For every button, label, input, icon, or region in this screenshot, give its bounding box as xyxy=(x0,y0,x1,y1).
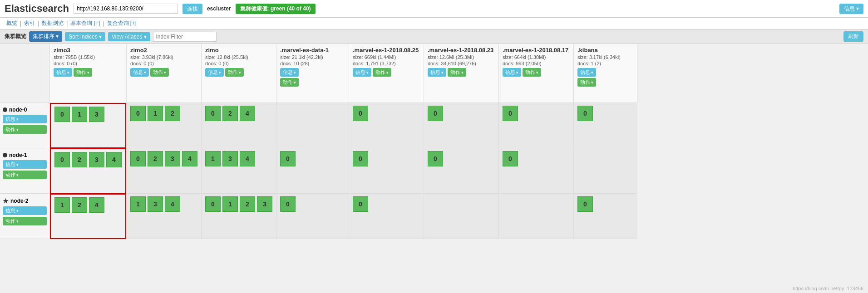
shards-zimo2-node2: 1 3 4 xyxy=(130,196,197,212)
shards-kibana-node2: 0 xyxy=(577,196,633,212)
shards-marvel-0817-node0: 0 xyxy=(503,106,570,121)
shard-0: 0 xyxy=(353,196,368,212)
shard-0: 0 xyxy=(503,106,518,121)
nodes-column: node-0 信息 ▾ 动作 ▾ node-1 信息 ▾ 动作 ▾ ★ node… xyxy=(0,44,50,239)
app-logo: Elasticsearch xyxy=(5,3,69,15)
shard-0: 0 xyxy=(577,196,593,212)
node-0-action-button[interactable]: 动作 ▾ xyxy=(3,125,47,134)
shard-cell-marvel-0817-node2 xyxy=(499,194,573,239)
index-size-kibana: size: 3.17ki (6.34ki) xyxy=(577,54,633,60)
shard-0: 0 xyxy=(577,106,593,121)
nav-data-browser[interactable]: 数据浏览 xyxy=(40,19,65,28)
index-size-marvel-data1: size: 21.1ki (42.2ki) xyxy=(280,54,345,60)
index-buttons-marvel-data1: 信息 ▾ xyxy=(280,68,345,77)
node-2-name: ★ node-2 xyxy=(3,197,47,205)
refresh-button[interactable]: 刷新 xyxy=(843,31,863,42)
index-action-btn-marvel-0817[interactable]: 动作 ▾ xyxy=(523,68,541,77)
shard-1: 1 xyxy=(148,106,163,121)
shard-cell-marvel-0825-node1: 0 xyxy=(349,148,424,194)
shard-1: 1 xyxy=(72,107,87,122)
nav-complex-query[interactable]: 复合查询 [+] xyxy=(105,19,138,28)
shards-zimo3-node2: 1 2 4 xyxy=(54,197,122,213)
node-2-star: ★ xyxy=(3,197,9,205)
index-action-btn-zimo[interactable]: 动作 ▾ xyxy=(225,68,244,77)
index-header-kibana: .kibana size: 3.17ki (6.34ki) docs: 1 (2… xyxy=(574,44,637,103)
shard-2: 2 xyxy=(72,152,87,167)
shards-zimo2-node1: 0 2 3 4 xyxy=(130,151,197,166)
index-action-btn-marvel-data1[interactable]: 动作 ▾ xyxy=(280,78,299,87)
shard-cell-kibana-node0: 0 xyxy=(574,103,637,148)
sort-indices-button[interactable]: Sort Indices ▾ xyxy=(65,32,105,41)
index-buttons-zimo3: 信息 ▾ 动作 ▾ xyxy=(54,68,123,77)
server-url-input[interactable] xyxy=(74,4,178,14)
node-0-name: node-0 xyxy=(3,107,47,113)
shard-cell-marvel-0817-node1: 0 xyxy=(499,148,573,194)
shard-0: 0 xyxy=(503,151,518,166)
shard-0: 0 xyxy=(428,106,443,121)
shard-2: 2 xyxy=(222,106,238,121)
shard-0: 0 xyxy=(130,151,146,166)
nav-basic-query[interactable]: 基本查询 [+] xyxy=(69,19,102,28)
index-info-btn-marvel-0817[interactable]: 信息 ▾ xyxy=(503,68,521,77)
shards-marvel-0825-node1: 0 xyxy=(353,151,420,166)
shards-marvel-0825-node0: 0 xyxy=(353,106,420,121)
shard-cell-marvel-data1-node1: 0 xyxy=(276,148,349,194)
shards-zimo3-node1: 0 2 3 4 xyxy=(54,152,122,167)
connect-button[interactable]: 连接 xyxy=(182,4,202,14)
shard-cell-zimo3-node0: 0 1 3 xyxy=(50,103,126,148)
shard-3: 3 xyxy=(89,107,104,122)
node-2-action-button[interactable]: 动作 ▾ xyxy=(3,217,47,225)
index-action-btn-marvel-0823[interactable]: 动作 ▾ xyxy=(448,68,466,77)
view-aliases-button[interactable]: View Aliases ▾ xyxy=(108,32,150,41)
index-info-btn-marvel-0825[interactable]: 信息 ▾ xyxy=(353,68,371,77)
shard-1: 1 xyxy=(222,196,238,212)
shard-cell-zimo2-node2: 1 3 4 xyxy=(127,194,201,239)
index-docs-zimo3: docs: 0 (0) xyxy=(54,61,123,66)
index-action-btn-zimo3[interactable]: 动作 ▾ xyxy=(74,68,92,77)
shards-zimo-node2: 0 1 2 3 xyxy=(205,196,272,212)
shard-cell-marvel-0823-node0: 0 xyxy=(424,103,498,148)
shards-marvel-data1-node2: 0 xyxy=(280,196,345,212)
shard-1: 1 xyxy=(54,197,70,213)
index-col-zimo2: zimo2 size: 3.93ki (7.86ki) docs: 0 (0) … xyxy=(127,44,202,239)
index-header-marvel-0817: .marvel-es-1-2018.08.17 size: 664ki (1.3… xyxy=(499,44,573,103)
node-1-name: node-1 xyxy=(3,152,47,158)
index-info-btn-zimo2[interactable]: 信息 ▾ xyxy=(130,68,149,77)
index-action-btn-kibana[interactable]: 动作 ▾ xyxy=(577,78,596,87)
shard-cell-marvel-0825-node2: 0 xyxy=(349,194,424,239)
node-1-info-button[interactable]: 信息 ▾ xyxy=(3,160,47,169)
index-info-btn-marvel-0823[interactable]: 信息 ▾ xyxy=(428,68,446,77)
shard-cell-zimo-node0: 0 2 4 xyxy=(202,103,276,148)
shard-cell-marvel-0825-node0: 0 xyxy=(349,103,424,148)
shard-3: 3 xyxy=(89,152,104,167)
shards-kibana-node0: 0 xyxy=(577,106,633,121)
shard-0: 0 xyxy=(54,152,70,167)
index-name-marvel-data1: .marvel-es-data-1 xyxy=(280,47,345,54)
index-size-zimo: size: 12.8ki (25.5ki) xyxy=(205,54,272,60)
index-action-btn-zimo2[interactable]: 动作 ▾ xyxy=(150,68,169,77)
index-info-btn-zimo3[interactable]: 信息 ▾ xyxy=(54,68,72,77)
shard-4: 4 xyxy=(240,106,255,121)
node-cell-1: node-1 信息 ▾ 动作 ▾ xyxy=(0,148,49,194)
sort-cluster-button[interactable]: 集群排序 ▾ xyxy=(29,31,62,42)
index-info-btn-zimo[interactable]: 信息 ▾ xyxy=(205,68,224,77)
shard-2: 2 xyxy=(72,197,87,213)
node-0-info-button[interactable]: 信息 ▾ xyxy=(3,115,47,123)
nav-overview[interactable]: 概览 xyxy=(5,19,19,28)
index-name-kibana: .kibana xyxy=(577,47,633,54)
index-buttons-zimo2: 信息 ▾ 动作 ▾ xyxy=(130,68,197,77)
index-info-btn-marvel-data1[interactable]: 信息 ▾ xyxy=(280,68,299,77)
index-info-btn-kibana[interactable]: 信息 ▾ xyxy=(577,68,596,77)
index-action-btn-marvel-0825[interactable]: 动作 ▾ xyxy=(373,68,391,77)
index-filter-input[interactable] xyxy=(153,32,217,42)
index-docs-marvel-0825: docs: 1,791 (3,732) xyxy=(353,61,420,66)
index-docs-zimo: docs: 0 (0) xyxy=(205,61,272,66)
shard-3: 3 xyxy=(257,196,272,212)
node-1-action-button[interactable]: 动作 ▾ xyxy=(3,171,47,179)
nav-indices[interactable]: 索引 xyxy=(22,19,37,28)
shard-4: 4 xyxy=(165,196,180,212)
cluster-grid: node-0 信息 ▾ 动作 ▾ node-1 信息 ▾ 动作 ▾ ★ node… xyxy=(0,44,868,239)
info-button[interactable]: 信息 ▾ xyxy=(839,4,863,14)
shard-cell-marvel-0817-node0: 0 xyxy=(499,103,573,148)
node-2-info-button[interactable]: 信息 ▾ xyxy=(3,206,47,215)
